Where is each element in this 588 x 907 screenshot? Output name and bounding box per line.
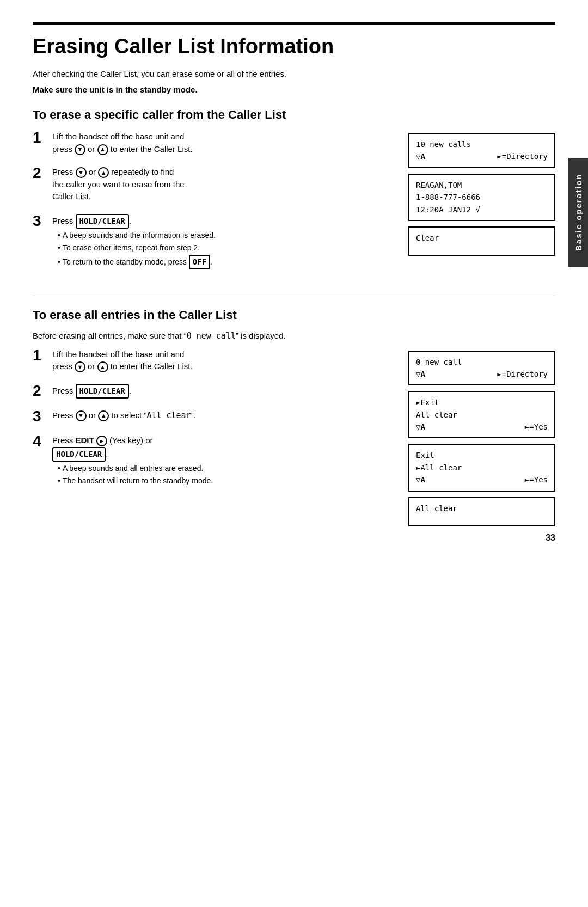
section1-displays: 10 new calls ▽A ►=Directory REAGAN,TOM 1… bbox=[408, 131, 555, 280]
s2-step1-text: Lift the handset off the base unit and p… bbox=[52, 348, 397, 373]
s2-display2-line2: All clear bbox=[416, 409, 548, 421]
all-clear-select: All clear bbox=[146, 410, 191, 420]
s2-step1-content: Lift the handset off the base unit and p… bbox=[52, 348, 397, 374]
page-number: 33 bbox=[546, 533, 555, 543]
display2-line1: REAGAN,TOM bbox=[416, 179, 548, 191]
s2-display3-line1: Exit bbox=[416, 449, 548, 461]
display1-va: ▽A ►=Directory bbox=[416, 150, 548, 162]
s2-display3-line2: ►All clear bbox=[416, 462, 548, 474]
section1-step2: 2 Press ▼ or ▲ repeatedly to find the ca… bbox=[33, 166, 397, 204]
s2-display1-va: ▽A ►=Directory bbox=[416, 368, 548, 380]
section1-heading: To erase a specific caller from the Call… bbox=[33, 108, 555, 122]
display-box-1: 10 new calls ▽A ►=Directory bbox=[408, 133, 555, 168]
step3-main: Press HOLD/CLEAR. bbox=[52, 214, 397, 229]
s2-down-btn3: ▼ bbox=[76, 410, 87, 421]
s2-display-box-2: ►Exit All clear ▽A ►=Yes bbox=[408, 391, 555, 438]
section2-displays: 0 new call ▽A ►=Directory ►Exit All clea… bbox=[408, 348, 555, 526]
s2-display3-yes: ►=Yes bbox=[525, 474, 548, 486]
s2-step4-bullet2: The handset will return to the standby m… bbox=[52, 475, 397, 487]
step3-number: 3 bbox=[33, 213, 52, 230]
s2-display4-allclear: All clear bbox=[416, 502, 548, 514]
intro-line1: After checking the Caller List, you can … bbox=[33, 68, 555, 81]
step2-text: Press ▼ or ▲ repeatedly to find the call… bbox=[52, 166, 397, 203]
up-arrow-btn: ▲ bbox=[97, 144, 108, 155]
zero-new-call-text: 0 new call bbox=[187, 331, 236, 341]
side-tab: Basic operation bbox=[568, 158, 588, 267]
section2-step2: 2 Press HOLD/CLEAR. bbox=[33, 384, 397, 400]
s2-display2-yes: ►=Yes bbox=[525, 421, 548, 433]
section2-step4: 4 Press EDIT ► (Yes key) or HOLD/CLEAR. … bbox=[33, 434, 397, 488]
up-btn2: ▲ bbox=[98, 167, 109, 178]
s2-display3-va: ▽A ►=Yes bbox=[416, 474, 548, 486]
display-box-2: REAGAN,TOM 1-888-777-6666 12:20A JAN12 √ bbox=[408, 174, 555, 221]
s2-down-btn1: ▼ bbox=[75, 361, 85, 372]
section1-steps-left: 1 Lift the handset off the base unit and… bbox=[33, 131, 408, 280]
s2-display1-va-label: ▽A bbox=[416, 368, 425, 380]
section2-step1: 1 Lift the handset off the base unit and… bbox=[33, 348, 397, 374]
step2-number: 2 bbox=[33, 165, 52, 182]
side-tab-label: Basic operation bbox=[574, 174, 583, 252]
s2-display2-line1: ►Exit bbox=[416, 396, 548, 408]
step3-bullet3: To return to the standby mode, press OFF… bbox=[52, 255, 397, 269]
section2-heading: To erase all entries in the Caller List bbox=[33, 308, 555, 322]
page-title: Erasing Caller List Information bbox=[33, 35, 555, 58]
step3-bullet1: A beep sounds and the information is era… bbox=[52, 230, 397, 241]
display-box-3: Clear bbox=[408, 226, 555, 256]
display1-dir: ►=Directory bbox=[497, 150, 548, 162]
top-rule bbox=[33, 22, 555, 25]
step3-bullet2: To erase other items, repeat from step 2… bbox=[52, 242, 397, 254]
section2-steps-left: 1 Lift the handset off the base unit and… bbox=[33, 348, 408, 526]
s2-step1-number: 1 bbox=[33, 347, 52, 364]
s2-step4-content: Press EDIT ► (Yes key) or HOLD/CLEAR. A … bbox=[52, 434, 397, 488]
hold-clear-btn1: HOLD/CLEAR bbox=[76, 214, 129, 229]
edit-arrow-btn: ► bbox=[96, 436, 107, 446]
hold-clear-btn2: HOLD/CLEAR bbox=[76, 384, 129, 399]
section1-step3: 3 Press HOLD/CLEAR. A beep sounds and th… bbox=[33, 214, 397, 271]
s2-display2-va-label: ▽A bbox=[416, 421, 425, 433]
s2-display2-va: ▽A ►=Yes bbox=[416, 421, 548, 433]
step1-content: Lift the handset off the base unit and p… bbox=[52, 131, 397, 156]
off-btn: OFF bbox=[189, 255, 210, 269]
s2-step3-number: 3 bbox=[33, 408, 52, 425]
section2-step3: 3 Press ▼ or ▲ to select “All clear”. bbox=[33, 409, 397, 425]
section1-step1: 1 Lift the handset off the base unit and… bbox=[33, 131, 397, 156]
s2-up-btn1: ▲ bbox=[97, 361, 108, 372]
page-wrapper: Erasing Caller List Information After ch… bbox=[0, 0, 588, 559]
s2-step4-number: 4 bbox=[33, 433, 52, 450]
s2-step2-text: Press HOLD/CLEAR. bbox=[52, 384, 397, 399]
section1-steps-area: 1 Lift the handset off the base unit and… bbox=[33, 131, 555, 280]
s2-step3-text: Press ▼ or ▲ to select “All clear”. bbox=[52, 409, 397, 422]
hold-clear-btn3: HOLD/CLEAR bbox=[52, 447, 106, 462]
down-arrow-btn: ▼ bbox=[75, 144, 85, 155]
display1-va-label: ▽A bbox=[416, 150, 425, 162]
display1-line1: 10 new calls bbox=[416, 138, 548, 150]
before-erasing-text: Before erasing all entries, make sure th… bbox=[33, 331, 555, 341]
display2-line2: 1-888-777-6666 bbox=[416, 191, 548, 203]
s2-step3-content: Press ▼ or ▲ to select “All clear”. bbox=[52, 409, 397, 423]
step2-content: Press ▼ or ▲ repeatedly to find the call… bbox=[52, 166, 397, 204]
step1-text: Lift the handset off the base unit and p… bbox=[52, 131, 397, 155]
display2-line3: 12:20A JAN12 √ bbox=[416, 204, 548, 216]
s2-display1-dir: ►=Directory bbox=[497, 368, 548, 380]
step1-number: 1 bbox=[33, 130, 52, 146]
s2-step2-number: 2 bbox=[33, 383, 52, 400]
edit-label: EDIT bbox=[76, 436, 94, 445]
s2-up-btn3: ▲ bbox=[98, 410, 109, 421]
s2-display-box-3: Exit ►All clear ▽A ►=Yes bbox=[408, 444, 555, 491]
step3-content: Press HOLD/CLEAR. A beep sounds and the … bbox=[52, 214, 397, 271]
section-divider bbox=[33, 296, 555, 296]
s2-display3-va-label: ▽A bbox=[416, 474, 425, 486]
down-btn2: ▼ bbox=[76, 167, 87, 178]
s2-step4-bullet1: A beep sounds and all entries are erased… bbox=[52, 463, 397, 474]
intro-line2: Make sure the unit is in the standby mod… bbox=[33, 84, 555, 96]
display3-clear: Clear bbox=[416, 232, 548, 244]
s2-display-box-1: 0 new call ▽A ►=Directory bbox=[408, 351, 555, 386]
s2-display1-line1: 0 new call bbox=[416, 356, 548, 368]
s2-step2-content: Press HOLD/CLEAR. bbox=[52, 384, 397, 400]
s2-step4-text: Press EDIT ► (Yes key) or HOLD/CLEAR. bbox=[52, 434, 397, 462]
s2-display-box-4: All clear bbox=[408, 497, 555, 526]
section2-steps-area: 1 Lift the handset off the base unit and… bbox=[33, 348, 555, 526]
